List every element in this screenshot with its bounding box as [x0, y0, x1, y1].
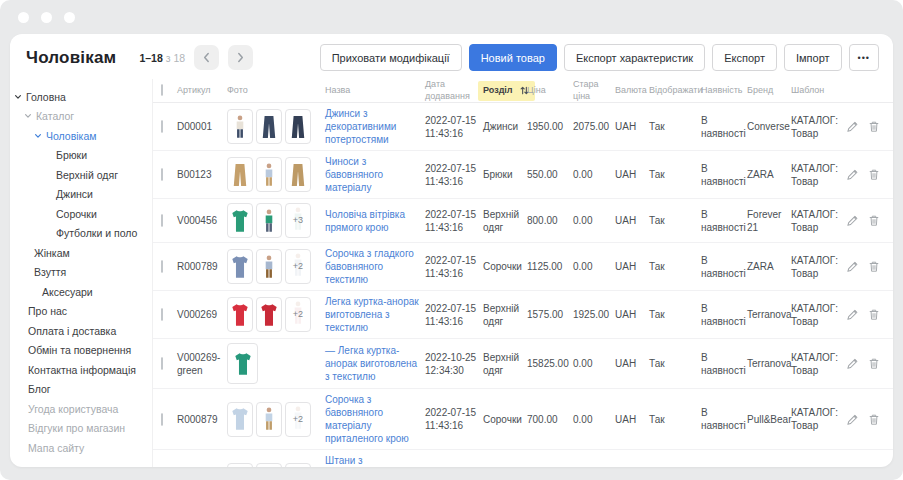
product-name-link[interactable]: Чиноси з бавовняного матеріалу	[325, 155, 425, 194]
row-checkbox[interactable]	[161, 214, 163, 227]
hide-modifications-button[interactable]: Приховати модифікації	[320, 44, 462, 71]
product-name-link[interactable]: Джинси з декоративними потертостями	[325, 107, 425, 146]
edit-row-button[interactable]	[846, 214, 859, 227]
column-header-стара-ціна[interactable]: Стара ціна	[573, 79, 615, 102]
product-photo[interactable]	[285, 157, 311, 192]
delete-row-button[interactable]	[868, 308, 880, 321]
availability-cell: В наявності	[701, 114, 747, 140]
sidebar-item-каталог[interactable]: Каталог	[10, 107, 152, 127]
delete-row-button[interactable]	[868, 214, 880, 227]
row-checkbox[interactable]	[161, 357, 163, 370]
sidebar-item-сорочки[interactable]: Сорочки	[10, 204, 152, 224]
sidebar-item-про-нас[interactable]: Про нас	[10, 302, 152, 322]
product-name-link[interactable]: Штани з бавовняного матеріалу прямого кр…	[325, 454, 425, 467]
product-name-link[interactable]: Чоловіча вітрівка прямого крою	[325, 208, 425, 234]
window-control-dot[interactable]	[41, 12, 52, 23]
sidebar-item-аксесуари[interactable]: Аксесуари	[10, 282, 152, 302]
sidebar-item-жінкам[interactable]: Жінкам	[10, 243, 152, 263]
row-checkbox[interactable]	[161, 168, 163, 181]
more-photos-badge[interactable]: +2	[285, 463, 311, 467]
column-header-валюта[interactable]: Валюта	[615, 85, 649, 97]
more-photos-badge[interactable]: +3	[285, 203, 311, 238]
product-name-link[interactable]: Сорочка з гладкого бавовняного текстилю	[325, 247, 425, 286]
sidebar-item-блог[interactable]: Блог	[10, 380, 152, 400]
more-photos-badge[interactable]: +2	[285, 249, 311, 284]
column-header-наявність[interactable]: Наявність	[701, 85, 747, 97]
edit-row-button[interactable]	[846, 168, 859, 181]
column-header-дата-додавання[interactable]: Дата додавання	[425, 79, 483, 102]
row-checkbox[interactable]	[161, 308, 163, 321]
display-cell: Так	[649, 357, 701, 370]
product-name-link[interactable]: Легка куртка-анорак виготовлена з тексти…	[325, 295, 425, 334]
sidebar-item-мапа-сайту[interactable]: Мапа сайту	[10, 438, 152, 458]
column-header-розділ[interactable]: Розділ	[483, 81, 527, 101]
sidebar-item-верхній-одяг[interactable]: Верхній одяг	[10, 165, 152, 185]
product-photo[interactable]	[227, 109, 253, 144]
product-name-link[interactable]: Сорочка з бавовняного матеріалу притален…	[325, 393, 425, 445]
column-header-шаблон[interactable]: Шаблон	[791, 85, 843, 97]
export-button[interactable]: Експорт	[712, 44, 777, 71]
product-photo[interactable]	[285, 109, 311, 144]
select-all-cell	[153, 85, 177, 97]
availability-cell: В наявності	[701, 406, 747, 432]
product-photo[interactable]	[227, 463, 253, 467]
column-header-відображати[interactable]: Відображати	[649, 85, 701, 97]
new-product-button[interactable]: Новий товар	[469, 44, 557, 71]
sku-cell: V000269	[177, 308, 227, 321]
product-photo[interactable]	[227, 203, 253, 238]
delete-row-button[interactable]	[868, 357, 880, 370]
pagination-next-button[interactable]	[228, 45, 253, 70]
delete-row-button[interactable]	[868, 413, 880, 426]
product-photo[interactable]	[256, 109, 282, 144]
more-photos-badge[interactable]: +2	[285, 297, 311, 332]
delete-row-button[interactable]	[868, 260, 880, 273]
column-header-фото[interactable]: Фото	[227, 85, 325, 97]
sidebar-item-обмін-та-повернення[interactable]: Обмін та повернення	[10, 341, 152, 361]
product-photo[interactable]	[256, 463, 282, 467]
sidebar-item-взуття[interactable]: Взуття	[10, 263, 152, 283]
product-photo[interactable]	[256, 402, 282, 437]
delete-row-button[interactable]	[868, 168, 880, 181]
product-photo[interactable]	[256, 249, 282, 284]
sidebar-item-угода-користувача[interactable]: Угода користувача	[10, 399, 152, 419]
sidebar-item-оплата-і-доставка[interactable]: Оплата і доставка	[10, 321, 152, 341]
product-photo[interactable]	[256, 203, 282, 238]
sidebar-item-головна[interactable]: Головна	[10, 87, 152, 107]
column-header-бренд[interactable]: Бренд	[747, 85, 791, 97]
product-photo[interactable]	[227, 297, 253, 332]
sidebar-item-контактна-інформація[interactable]: Контактна інформація	[10, 360, 152, 380]
row-checkbox[interactable]	[161, 120, 163, 133]
product-name-link[interactable]: — Легка куртка-анорак виготовлена з текс…	[325, 344, 425, 383]
column-header-артикул[interactable]: Артикул	[177, 85, 227, 97]
product-photo[interactable]	[227, 343, 258, 384]
row-checkbox[interactable]	[161, 413, 163, 426]
window-control-dot[interactable]	[64, 12, 75, 23]
more-photos-badge[interactable]: +2	[285, 402, 311, 437]
sidebar-item-джинси[interactable]: Джинси	[10, 185, 152, 205]
sidebar-item-відгуки-про-магазин[interactable]: Відгуки про магазин	[10, 419, 152, 439]
export-characteristics-button[interactable]: Експорт характеристик	[564, 44, 705, 71]
sidebar-item-брюки[interactable]: Брюки	[10, 146, 152, 166]
product-photo[interactable]	[227, 402, 253, 437]
more-actions-button[interactable]: •••	[849, 44, 879, 71]
column-header-ціна[interactable]: Ціна	[527, 85, 573, 97]
product-photo[interactable]	[227, 249, 253, 284]
edit-row-button[interactable]	[846, 357, 859, 370]
select-all-checkbox[interactable]	[161, 84, 163, 96]
edit-row-button[interactable]	[846, 120, 859, 133]
product-photo[interactable]	[256, 297, 282, 332]
edit-row-button[interactable]	[846, 260, 859, 273]
delete-row-button[interactable]	[868, 120, 880, 133]
row-checkbox[interactable]	[161, 260, 163, 273]
sidebar-item-чоловікам[interactable]: Чоловікам	[10, 126, 152, 146]
pagination-prev-button[interactable]	[194, 45, 219, 70]
column-header-назва[interactable]: Назва	[325, 85, 425, 97]
edit-row-button[interactable]	[846, 413, 859, 426]
currency-cell: UAH	[615, 260, 649, 273]
product-photo[interactable]	[256, 157, 282, 192]
window-control-dot[interactable]	[18, 12, 29, 23]
import-button[interactable]: Імпорт	[784, 44, 842, 71]
product-photo[interactable]	[227, 157, 253, 192]
edit-row-button[interactable]	[846, 308, 859, 321]
sidebar-item-футболки-и-поло[interactable]: Футболки и поло	[10, 224, 152, 244]
